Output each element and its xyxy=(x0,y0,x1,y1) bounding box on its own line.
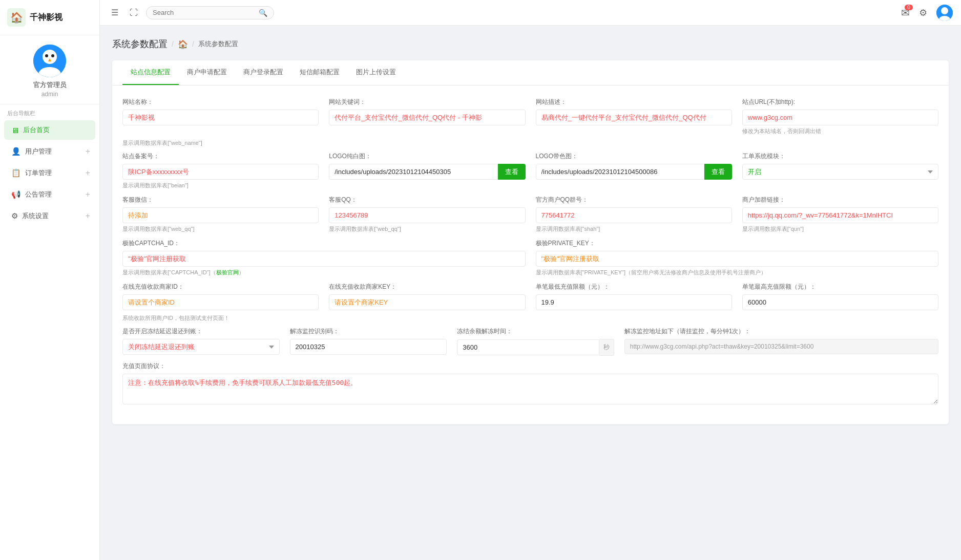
user-icon: 👤 xyxy=(11,147,21,156)
expand-settings-icon[interactable]: + xyxy=(86,211,90,221)
freeze-monitor-group: 解冻监控识别码： xyxy=(290,327,447,356)
kf-qq-hint: 显示调用数据库表["web_qq"] xyxy=(329,225,525,233)
admin-role: admin xyxy=(41,91,58,98)
sidebar-item-users[interactable]: 👤 用户管理 + xyxy=(4,142,95,161)
official-qq-label: 官方商户QQ群号： xyxy=(536,196,732,204)
captcha-id-label: 极验CAPTCHA_ID： xyxy=(122,239,526,248)
tab-site-info[interactable]: 站点信息配置 xyxy=(122,60,179,85)
logo-icon: 🏠 xyxy=(7,8,26,27)
tab-merchant-apply[interactable]: 商户申请配置 xyxy=(179,60,235,85)
site-name-input[interactable] xyxy=(122,110,319,125)
freeze-time-input-group: 秒 xyxy=(457,339,614,356)
freeze-url-label: 解冻监控地址如下（请挂监控，每分钟1次）： xyxy=(624,327,938,336)
site-url-label: 站点URL(不加http): xyxy=(742,98,938,106)
merchant-join-label: 商户加群链接： xyxy=(742,196,938,204)
workorder-group: 工单系统模块： 开启 关闭 xyxy=(742,152,938,189)
beian-input[interactable] xyxy=(122,164,319,180)
kf-weixin-label: 客服微信： xyxy=(122,196,319,204)
logo-white-view-button[interactable]: 查看 xyxy=(498,164,526,180)
site-url-input[interactable] xyxy=(742,110,938,125)
menu-toggle-button[interactable]: ☰ xyxy=(108,6,121,19)
web-name-hint: 显示调用数据库表["web_name"] xyxy=(122,139,319,147)
workorder-label: 工单系统模块： xyxy=(742,152,938,161)
expand-notice-icon[interactable]: + xyxy=(86,190,90,199)
beian-hint: 显示调用数据库表["beian"] xyxy=(122,182,319,189)
sidebar-item-orders-label: 订单管理 xyxy=(25,168,52,178)
topbar: ☰ ⛶ 🔍 ✉ 0 ⚙ xyxy=(100,0,961,26)
expand-orders-icon[interactable]: + xyxy=(86,168,90,178)
search-input[interactable] xyxy=(153,9,259,16)
site-name-label: 网站名称： xyxy=(122,98,319,106)
fullscreen-button[interactable]: ⛶ xyxy=(127,6,141,19)
merchant-join-input[interactable] xyxy=(742,207,938,223)
home-icon: 🖥 xyxy=(11,126,19,135)
beian-label: 站点备案号： xyxy=(122,152,319,161)
site-desc-label: 网站描述： xyxy=(536,98,732,106)
logo-color-view-button[interactable]: 查看 xyxy=(704,164,732,180)
form-row-3: 客服微信： 显示调用数据库表["web_qq"] 客服QQ： 显示调用数据库表[… xyxy=(122,196,938,233)
sidebar-item-notice[interactable]: 📢 公告管理 + xyxy=(4,185,95,204)
logo-color-label: LOGO带色图： xyxy=(536,152,732,161)
logo-white-input[interactable] xyxy=(329,164,497,180)
captcha-id-input[interactable] xyxy=(122,251,526,267)
settings-icon: ⚙ xyxy=(11,211,18,221)
topbar-avatar[interactable] xyxy=(936,5,953,21)
kf-qq-input[interactable] xyxy=(329,207,525,223)
admin-name: 官方管理员 xyxy=(33,80,67,90)
freeze-monitor-label: 解冻监控识别码： xyxy=(290,327,447,336)
private-key-input[interactable] xyxy=(536,251,939,267)
freeze-return-select[interactable]: 关闭冻结延迟退还到账 开启冻结延迟退还到账 xyxy=(122,339,280,355)
svg-point-4 xyxy=(51,54,54,57)
charge-protocol-group: 充值页面协议： 注意：在线充值将收取%手续费用，免手续费可联系人工加款最低充值5… xyxy=(122,362,938,406)
workorder-select[interactable]: 开启 关闭 xyxy=(742,164,938,180)
official-qq-hint: 显示调用数据库表["shah"] xyxy=(536,225,732,233)
logo-color-group: LOGO带色图： 查看 xyxy=(536,152,732,189)
charge-protocol-textarea[interactable]: 注意：在线充值将收取%手续费用，免手续费可联系人工加款最低充值500起。 xyxy=(122,374,938,404)
kf-weixin-input[interactable] xyxy=(122,207,319,223)
sidebar-item-home[interactable]: 🖥 后台首页 xyxy=(4,120,95,140)
form-row-4: 极验CAPTCHA_ID： 显示调用数据库表["CAPTCHA_ID"]（极验官… xyxy=(122,239,938,276)
sidebar-item-orders[interactable]: 📋 订单管理 + xyxy=(4,163,95,183)
site-name-group: 网站名称： xyxy=(122,98,319,135)
captcha-id-group: 极验CAPTCHA_ID： 显示调用数据库表["CAPTCHA_ID"]（极验官… xyxy=(122,239,526,276)
logo-white-input-group: 查看 xyxy=(329,164,525,180)
max-charge-label: 单笔最高充值限额（元）： xyxy=(742,283,938,291)
sidebar-item-settings-label: 系统设置 xyxy=(22,211,49,221)
freeze-url-display: http://www.g3cg.com/api.php?act=thaw&key… xyxy=(624,339,938,354)
main-area: ☰ ⛶ 🔍 ✉ 0 ⚙ 系统参数配置 / 🏠 xyxy=(100,0,961,560)
config-card: 站点信息配置 商户申请配置 商户登录配置 短信邮箱配置 图片上传设置 网站名称：… xyxy=(112,60,949,424)
breadcrumb-home-icon[interactable]: 🏠 xyxy=(178,39,188,49)
site-desc-input[interactable] xyxy=(536,110,732,125)
settings-button[interactable]: ⚙ xyxy=(916,5,930,20)
max-charge-group: 单笔最高充值限额（元）： xyxy=(742,283,938,310)
form-content: 网站名称： 网站关键词： 网站描述： 站点URL(不加http): xyxy=(112,85,949,424)
max-charge-input[interactable] xyxy=(742,294,938,310)
sidebar-item-notice-label: 公告管理 xyxy=(25,190,52,199)
expand-users-icon[interactable]: + xyxy=(86,147,90,156)
official-qq-input[interactable] xyxy=(536,207,732,223)
merchant-id-input[interactable] xyxy=(122,294,319,310)
sidebar-item-settings[interactable]: ⚙ 系统设置 + xyxy=(4,206,95,226)
messages-button[interactable]: ✉ 0 xyxy=(901,7,910,19)
min-charge-input[interactable] xyxy=(536,294,732,310)
kf-weixin-group: 客服微信： 显示调用数据库表["web_qq"] xyxy=(122,196,319,233)
freeze-monitor-input[interactable] xyxy=(290,339,447,355)
breadcrumb-current: 系统参数配置 xyxy=(198,39,238,49)
page-title: 系统参数配置 xyxy=(112,38,168,50)
merchant-key-input[interactable] xyxy=(329,294,525,310)
kf-qq-group: 客服QQ： 显示调用数据库表["web_qq"] xyxy=(329,196,525,233)
logo-color-input[interactable] xyxy=(536,164,704,180)
tab-image-upload[interactable]: 图片上传设置 xyxy=(348,60,404,85)
sidebar-item-home-label: 后台首页 xyxy=(23,125,50,135)
merchant-key-label: 在线充值收款商家KEY： xyxy=(329,283,525,291)
tab-sms-email[interactable]: 短信邮箱配置 xyxy=(291,60,348,85)
search-icon: 🔍 xyxy=(259,9,267,17)
form-hint-row-1: 显示调用数据库表["web_name"] xyxy=(122,137,938,147)
tab-merchant-login[interactable]: 商户登录配置 xyxy=(235,60,291,85)
web-name-hint-group: 显示调用数据库表["web_name"] xyxy=(122,137,319,147)
sys-merchant-hint-row: 系统收款所用商户ID，包括测试支付页面！ xyxy=(122,312,938,322)
site-keyword-input[interactable] xyxy=(329,110,525,125)
orders-icon: 📋 xyxy=(11,168,21,178)
freeze-time-input[interactable] xyxy=(457,339,599,355)
sys-merchant-hint: 系统收款所用商户ID，包括测试支付页面！ xyxy=(122,314,229,322)
